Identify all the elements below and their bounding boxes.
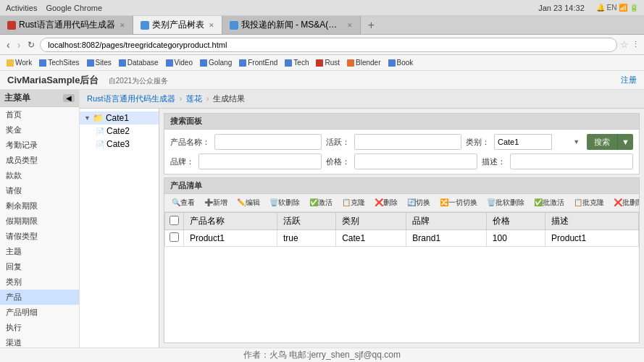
sidebar-item-bonus[interactable]: 奖金 bbox=[0, 122, 79, 138]
toolbar-batch-activate[interactable]: ✅批激活 bbox=[530, 195, 569, 210]
bookmark-frontend[interactable]: FrontEnd bbox=[235, 58, 281, 67]
toolbar-clone[interactable]: 📋克隆 bbox=[338, 195, 369, 210]
tab-rust[interactable]: Rust语言通用代码生成器 ✕ bbox=[0, 16, 133, 34]
sidebar-collapse-btn[interactable]: ◀ bbox=[63, 94, 75, 102]
tab2-close[interactable]: ✕ bbox=[209, 22, 214, 29]
bookmark-video[interactable]: Video bbox=[162, 58, 196, 67]
breadcrumb-item-2[interactable]: 莲花 bbox=[186, 93, 202, 104]
reload-btn[interactable]: ↻ bbox=[25, 40, 37, 50]
toolbar-soft-delete[interactable]: 🗑️软删除 bbox=[265, 195, 304, 210]
sidebar-item-channel[interactable]: 渠道 bbox=[0, 335, 79, 348]
forward-btn[interactable]: › bbox=[15, 39, 23, 51]
tree-label-cate2: Cate2 bbox=[106, 126, 130, 136]
row-active: true bbox=[277, 230, 335, 247]
bookmark-sites[interactable]: Sites bbox=[83, 58, 115, 67]
back-btn[interactable]: ‹ bbox=[4, 39, 12, 51]
brand-label: 品牌： bbox=[170, 156, 194, 167]
sidebar-item-leave[interactable]: 请假 bbox=[0, 183, 79, 198]
toolbar-toggle-all[interactable]: 🔀一切切换 bbox=[435, 195, 482, 210]
tab-bar: Rust语言通用代码生成器 ✕ 类别产品树表 ✕ 我投递的新闻 - MS&A(M… bbox=[0, 16, 644, 35]
tree-label-cate1: Cate1 bbox=[106, 113, 129, 123]
tab3-label: 我投递的新闻 - MS&A(M... bbox=[241, 19, 343, 31]
category-select[interactable]: Cate1 Cate2 Cate3 bbox=[494, 134, 552, 150]
tree-panel: ▼ 📁 Cate1 📄 Cate2 📄 Cate3 bbox=[80, 109, 159, 348]
app-header: CivMariaSample后台 自2021为公众服务 注册 bbox=[0, 71, 644, 90]
breadcrumb-item-1[interactable]: Rust语言通用代码生成器 bbox=[87, 93, 175, 104]
price-input[interactable] bbox=[354, 153, 477, 169]
description-input[interactable] bbox=[510, 153, 633, 169]
bookmark-database[interactable]: Database bbox=[115, 58, 162, 67]
tree-node-cate3[interactable]: 📄 Cate3 bbox=[80, 138, 159, 151]
tree-node-cate1[interactable]: ▼ 📁 Cate1 bbox=[80, 111, 159, 125]
toolbar-batch-soft-delete[interactable]: 🗑️批软删除 bbox=[482, 195, 529, 210]
breadcrumb-sep-2: › bbox=[206, 95, 209, 103]
bookmark-blender[interactable]: Blender bbox=[343, 58, 384, 67]
product-name-input[interactable] bbox=[214, 134, 322, 150]
tree-expand-cate1[interactable]: ▼ bbox=[84, 114, 91, 122]
sidebar-item-category[interactable]: 类别 bbox=[0, 274, 79, 290]
bookmark-rust[interactable]: Rust bbox=[312, 58, 343, 67]
sidebar-item-attendance[interactable]: 考勤记录 bbox=[0, 138, 79, 153]
toolbar-batch-delete[interactable]: ❌批删除 bbox=[609, 195, 639, 210]
sidebar-item-payment[interactable]: 款款 bbox=[0, 168, 79, 183]
product-list-panel: 产品清单 🔍查看 ➕新增 ✏️编辑 🗑️软删除 ✅激活 📋克隆 ❌删除 🔄切换 … bbox=[164, 177, 640, 343]
bookmarks-bar: Work TechSites Sites Database Video Gola… bbox=[0, 55, 644, 71]
toolbar-activate[interactable]: ✅激活 bbox=[305, 195, 337, 210]
tab-news[interactable]: 我投递的新闻 - MS&A(M... ✕ bbox=[222, 16, 361, 34]
sidebar-item-reply[interactable]: 回复 bbox=[0, 259, 79, 274]
toolbar-toggle[interactable]: 🔄切换 bbox=[403, 195, 435, 210]
bookmark-work[interactable]: Work bbox=[3, 58, 35, 67]
bookmark-book[interactable]: Book bbox=[385, 58, 417, 67]
browser-label: Google Chrome bbox=[46, 4, 102, 12]
main-panels: 搜索面板 产品名称： 活跃： 类别： Cate1 Cate2 bbox=[159, 109, 644, 348]
main-layout: 主菜单 ◀ 首页 奖金 考勤记录 成员类型 款款 请假 剩余期限 假期期限 请假… bbox=[0, 90, 644, 348]
sidebar-item-execute[interactable]: 执行 bbox=[0, 320, 79, 335]
tab3-close[interactable]: ✕ bbox=[347, 22, 353, 29]
product-table-wrap[interactable]: 产品名称 活跃 类别 品牌 价格 描述 bbox=[164, 212, 639, 342]
tree-label-cate3: Cate3 bbox=[106, 139, 130, 149]
sidebar-item-vacation[interactable]: 假期期限 bbox=[0, 214, 79, 229]
col-checkbox[interactable] bbox=[165, 213, 184, 230]
bookmark-tech[interactable]: Tech bbox=[281, 58, 312, 67]
active-input[interactable] bbox=[354, 134, 461, 150]
toolbar-delete[interactable]: ❌删除 bbox=[370, 195, 402, 210]
sidebar-item-home[interactable]: 首页 bbox=[0, 107, 79, 122]
toolbar-edit[interactable]: ✏️编辑 bbox=[233, 195, 264, 210]
col-active: 活跃 bbox=[277, 213, 335, 230]
select-all-checkbox[interactable] bbox=[170, 216, 179, 225]
address-bar: ‹ › ↻ ☆ ⋮ bbox=[0, 35, 644, 55]
sidebar-item-product[interactable]: 产品 bbox=[0, 290, 79, 305]
row-checkbox[interactable] bbox=[165, 230, 184, 247]
toolbar-batch-clone[interactable]: 📋批克隆 bbox=[569, 195, 609, 210]
file-icon-cate3: 📄 bbox=[96, 140, 104, 148]
new-tab-btn[interactable]: + bbox=[361, 16, 382, 34]
sidebar-item-product-detail[interactable]: 产品明细 bbox=[0, 305, 79, 320]
address-input[interactable] bbox=[40, 38, 617, 52]
search-btn[interactable]: 搜索 bbox=[587, 134, 617, 150]
breadcrumb-current: 生成结果 bbox=[213, 93, 245, 104]
sidebar-item-remaining[interactable]: 剩余期限 bbox=[0, 198, 79, 214]
bookmark-techsites[interactable]: TechSites bbox=[35, 58, 83, 67]
content-area: Rust语言通用代码生成器 › 莲花 › 生成结果 ▼ 📁 Cate1 📄 Ca… bbox=[80, 90, 644, 348]
tree-node-cate2[interactable]: 📄 Cate2 bbox=[80, 125, 159, 138]
category-arrow: ▼ bbox=[573, 138, 580, 146]
sidebar-item-member-type[interactable]: 成员类型 bbox=[0, 153, 79, 168]
sidebar-item-theme[interactable]: 主题 bbox=[0, 244, 79, 259]
search-panel-body: 产品名称： 活跃： 类别： Cate1 Cate2 Cate3 bbox=[164, 130, 639, 174]
bookmark-golang[interactable]: Golang bbox=[196, 58, 235, 67]
search-more-btn[interactable]: ▼ bbox=[617, 134, 633, 150]
sidebar-item-leave-type[interactable]: 请假类型 bbox=[0, 229, 79, 244]
row-select-checkbox[interactable] bbox=[170, 232, 179, 242]
tab-category[interactable]: 类别产品树表 ✕ bbox=[133, 16, 222, 34]
app-title: CivMariaSample后台 bbox=[7, 75, 99, 85]
sidebar-header-label: 主菜单 bbox=[4, 92, 30, 104]
tab1-close[interactable]: ✕ bbox=[120, 22, 125, 29]
toolbar-view[interactable]: 🔍查看 bbox=[167, 195, 199, 210]
bookmark-star[interactable]: ☆ bbox=[620, 39, 629, 50]
price-label: 价格： bbox=[326, 156, 350, 167]
search-btn-wrap: 搜索 ▼ bbox=[587, 134, 633, 150]
login-btn[interactable]: 注册 bbox=[621, 75, 637, 85]
datetime-label: Jan 23 14:32 bbox=[538, 4, 585, 12]
toolbar-add[interactable]: ➕新增 bbox=[200, 195, 232, 210]
brand-input[interactable] bbox=[198, 153, 322, 169]
